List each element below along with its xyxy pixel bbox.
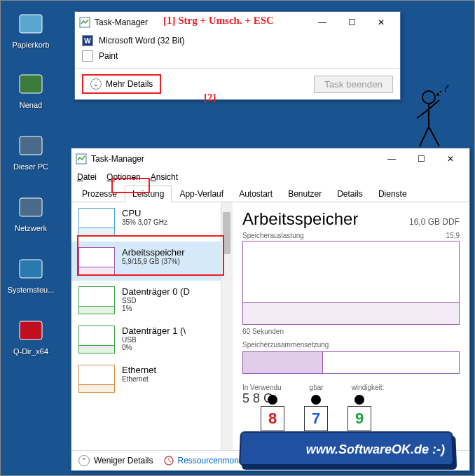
- svg-rect-1: [20, 75, 42, 93]
- desktop-icon-qdir[interactable]: Q-Dir_x64: [6, 317, 55, 356]
- thinking-figure-icon: ?: [404, 85, 460, 155]
- perf-title-row: Arbeitsspeicher 16,0 GB DDF: [242, 209, 460, 229]
- annotation-2: [2]: [204, 92, 216, 104]
- chart-y-label: Speicherauslastung: [242, 232, 304, 239]
- highlight-leistung-tab: [111, 178, 150, 193]
- website-link[interactable]: www.SoftwareOK.de :-): [305, 442, 445, 456]
- maximize-button[interactable]: ☐: [406, 151, 436, 167]
- chart-x-label: 60 Sekunden: [242, 328, 284, 335]
- desktop-icon-this-pc[interactable]: Dieser PC: [6, 132, 55, 171]
- svg-rect-4: [20, 260, 42, 278]
- minimize-button[interactable]: —: [377, 151, 406, 167]
- resource-monitor-link[interactable]: Ressourcenmonitor: [164, 456, 250, 465]
- more-details-button[interactable]: ⌄ Mehr Details: [82, 74, 161, 94]
- svg-point-9: [436, 93, 439, 96]
- perf-item-datentr-ger-0-d[interactable]: Datenträger 0 (DSSD1%: [71, 281, 232, 320]
- desktop-icon-network[interactable]: Netzwerk: [6, 194, 55, 232]
- task-manager-icon: [79, 17, 90, 28]
- svg-rect-5: [20, 321, 42, 340]
- perf-item-ethernet[interactable]: EthernetEthernet: [71, 359, 232, 398]
- svg-rect-3: [20, 198, 42, 216]
- tab-details[interactable]: Details: [329, 186, 371, 202]
- app-row[interactable]: WMicrosoft Word (32 Bit): [75, 33, 400, 48]
- menu-datei[interactable]: Datei: [77, 172, 97, 182]
- close-button[interactable]: ✕: [436, 151, 465, 167]
- perf-title: Arbeitsspeicher: [242, 209, 358, 229]
- maximize-button[interactable]: ☐: [337, 15, 366, 30]
- svg-rect-2: [20, 136, 42, 155]
- app-row[interactable]: Paint: [75, 48, 400, 64]
- memory-composition-chart: [242, 351, 460, 374]
- end-task-button: Task beenden: [314, 76, 393, 93]
- svg-point-10: [440, 91, 442, 93]
- desktop-icon-recycle-bin[interactable]: Papierkorb: [6, 10, 55, 49]
- composition-label: Speicherzusammensetzung: [242, 341, 329, 349]
- memory-usage-chart: [242, 241, 460, 325]
- tab-benutzer[interactable]: Benutzer: [280, 186, 329, 202]
- highlight-memory-item: [77, 235, 224, 276]
- tab-dienste[interactable]: Dienste: [371, 186, 415, 202]
- tab-app-verlauf[interactable]: App-Verlauf: [172, 186, 231, 202]
- titlebar[interactable]: Task-Manager — ☐ ✕: [71, 148, 469, 169]
- fewer-details-button[interactable]: ⌃ Weniger Details: [78, 455, 153, 466]
- desktop-icon-user-folder[interactable]: Nenad: [6, 71, 55, 109]
- chevron-up-icon: ⌃: [78, 455, 90, 466]
- mascot-figure: 8: [261, 395, 284, 431]
- mascot-figure: 7: [304, 395, 328, 431]
- svg-rect-0: [20, 15, 42, 33]
- svg-point-7: [422, 91, 435, 104]
- monitor-icon: [164, 456, 174, 465]
- watermark-mascot: 879 www.SoftwareOK.de :-): [240, 431, 453, 465]
- perf-item-datentr-ger-1-[interactable]: Datenträger 1 (\USB0%: [71, 320, 232, 359]
- menu-ansicht[interactable]: Ansicht: [151, 172, 178, 182]
- svg-text:?: ?: [442, 85, 449, 94]
- task-manager-icon: [76, 153, 87, 164]
- window-title: Task-Manager: [91, 154, 377, 164]
- annotation-1: [1] Strg + Umsch. + ESC: [163, 15, 274, 27]
- perf-capacity: 16,0 GB DDF: [409, 217, 460, 227]
- mascot-figure: 9: [347, 395, 371, 431]
- close-button[interactable]: ✕: [366, 15, 396, 30]
- chart-y-max: 15,9: [446, 232, 460, 239]
- tab-autostart[interactable]: Autostart: [231, 186, 280, 202]
- more-details-label: Mehr Details: [106, 79, 153, 89]
- desktop-icon-control-panel[interactable]: Systemsteu...: [6, 255, 55, 294]
- minimize-button[interactable]: —: [308, 15, 337, 30]
- chevron-down-icon: ⌄: [90, 78, 102, 90]
